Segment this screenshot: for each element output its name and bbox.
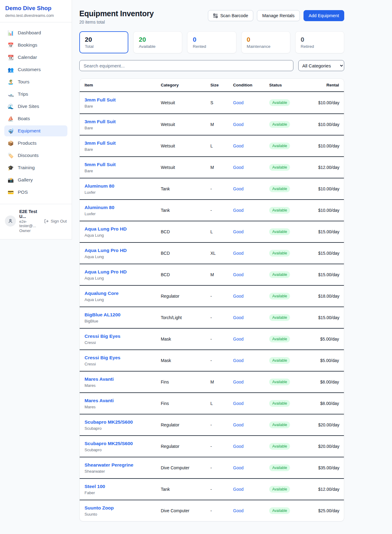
condition-link[interactable]: Good	[233, 380, 243, 384]
stats-row: 20 Total 20 Available 0 Rented 0 Mainten…	[79, 31, 344, 53]
sidebar-item-calendar[interactable]: 📆 Calendar	[4, 52, 67, 63]
item-brand: Bare	[85, 104, 161, 109]
item-name-link[interactable]: 5mm Full Suit	[85, 162, 161, 167]
sidebar-item-products[interactable]: 📦 Products	[4, 138, 67, 149]
item-name-link[interactable]: Mares Avanti	[85, 398, 161, 403]
item-name-link[interactable]: Suunto Zoop	[85, 505, 161, 511]
scan-barcode-label: Scan Barcode	[220, 13, 248, 18]
condition-link[interactable]: Good	[233, 272, 243, 277]
rental-cell: $35.00/day	[318, 465, 339, 470]
item-name-link[interactable]: Aluminum 80	[85, 205, 161, 210]
condition-link[interactable]: Good	[233, 422, 243, 427]
item-name-link[interactable]: Aqua Lung Pro HD	[85, 269, 161, 275]
search-input[interactable]	[79, 60, 293, 71]
status-badge: Available	[269, 164, 290, 171]
item-cell: 3mm Full Suit Bare	[85, 119, 161, 130]
rental-cell: $10.00/day	[318, 143, 339, 148]
item-cell: Scubapro MK25/S600 Scubapro	[85, 441, 161, 452]
stat-card-available[interactable]: 20 Available	[133, 31, 182, 53]
item-name-link[interactable]: Scubapro MK25/S600	[85, 441, 161, 446]
sidebar-item-training[interactable]: 🎓 Training	[4, 162, 67, 173]
sidebar-item-pos[interactable]: 💳 POS	[4, 187, 67, 198]
user-role: Owner	[19, 229, 41, 233]
condition-link[interactable]: Good	[233, 251, 243, 256]
category-cell: Regulator	[161, 444, 210, 449]
status-badge: Available	[269, 121, 290, 128]
condition-link[interactable]: Good	[233, 143, 243, 148]
table-row: Steel 100 Faber Tank - Good Available $1…	[80, 478, 344, 500]
rental-cell: $18.00/day	[318, 294, 339, 299]
discounts-icon: 🏷️	[8, 153, 14, 158]
condition-link[interactable]: Good	[233, 358, 243, 363]
sidebar-item-bookings[interactable]: 📅 Bookings	[4, 40, 67, 51]
item-name-link[interactable]: Steel 100	[85, 484, 161, 489]
item-name-link[interactable]: Cressi Big Eyes	[85, 355, 161, 360]
condition-link[interactable]: Good	[233, 487, 243, 492]
size-cell: M	[210, 122, 233, 127]
table-row: Aluminum 80 Luxfer Tank - Good Available…	[80, 199, 344, 221]
sidebar-item-gallery[interactable]: 📸 Gallery	[4, 174, 67, 185]
condition-link[interactable]: Good	[233, 294, 243, 299]
sidebar-item-trips[interactable]: 🛥️ Trips	[4, 89, 67, 100]
sidebar-item-dashboard[interactable]: 📊 Dashboard	[4, 27, 67, 38]
item-name-link[interactable]: 3mm Full Suit	[85, 119, 161, 124]
manage-rentals-button[interactable]: Manage Rentals	[257, 10, 300, 21]
sidebar-item-equipment[interactable]: 🤿 Equipment	[4, 125, 67, 136]
item-name-link[interactable]: 3mm Full Suit	[85, 97, 161, 103]
category-cell: Regulator	[161, 422, 210, 427]
condition-link[interactable]: Good	[233, 444, 243, 449]
item-name-link[interactable]: Mares Avanti	[85, 376, 161, 382]
stat-card-retired[interactable]: 0 Retired	[295, 31, 344, 53]
size-cell: M	[210, 165, 233, 170]
table-row: Aluminum 80 Luxfer Tank - Good Available…	[80, 178, 344, 199]
condition-link[interactable]: Good	[233, 508, 243, 513]
item-name-link[interactable]: Cressi Big Eyes	[85, 334, 161, 339]
status-badge: Available	[269, 228, 290, 235]
item-name-link[interactable]: Aluminum 80	[85, 183, 161, 189]
stat-card-maintenance[interactable]: 0 Maintenance	[241, 31, 290, 53]
table-row: Mares Avanti Mares Fins M Good Available…	[80, 371, 344, 392]
brand-name[interactable]: Demo Dive Shop	[5, 5, 66, 12]
condition-link[interactable]: Good	[233, 401, 243, 406]
sidebar-item-dive-sites[interactable]: 🌊 Dive Sites	[4, 101, 67, 112]
sidebar-item-customers[interactable]: 👥 Customers	[4, 64, 67, 75]
table-row: Cressi Big Eyes Cressi Mask - Good Avail…	[80, 349, 344, 371]
item-name-link[interactable]: Aqualung Core	[85, 291, 161, 296]
category-cell: BCD	[161, 229, 210, 234]
sidebar-item-tours[interactable]: 🏝️ Tours	[4, 76, 67, 87]
item-name-link[interactable]: Scubapro MK25/S600	[85, 419, 161, 425]
scan-barcode-button[interactable]: Scan Barcode	[208, 10, 253, 21]
item-name-link[interactable]: BigBlue AL1200	[85, 312, 161, 318]
stat-label: Total	[85, 44, 123, 49]
item-cell: Aluminum 80 Luxfer	[85, 205, 161, 216]
item-brand: Aqua Lung	[85, 276, 161, 280]
category-select[interactable]: All Categories	[298, 60, 344, 71]
item-brand: Luxfer	[85, 212, 161, 216]
size-cell: -	[210, 358, 233, 363]
stat-card-rented[interactable]: 0 Rented	[187, 31, 236, 53]
condition-link[interactable]: Good	[233, 315, 243, 320]
condition-link[interactable]: Good	[233, 465, 243, 470]
condition-link[interactable]: Good	[233, 337, 243, 341]
condition-link[interactable]: Good	[233, 208, 243, 213]
item-name-link[interactable]: Aqua Lung Pro HD	[85, 226, 161, 232]
add-equipment-button[interactable]: Add Equipment	[303, 10, 344, 21]
condition-link[interactable]: Good	[233, 229, 243, 234]
item-name-link[interactable]: Aqua Lung Pro HD	[85, 248, 161, 253]
condition-link[interactable]: Good	[233, 165, 243, 170]
item-name-link[interactable]: Shearwater Peregrine	[85, 462, 161, 468]
item-brand: Cressi	[85, 362, 161, 366]
item-cell: Steel 100 Faber	[85, 484, 161, 495]
sidebar-item-label: Discounts	[18, 153, 39, 158]
condition-link[interactable]: Good	[233, 122, 243, 127]
stat-card-total[interactable]: 20 Total	[79, 31, 128, 53]
size-cell: -	[210, 337, 233, 341]
sidebar-item-boats[interactable]: ⛵ Boats	[4, 113, 67, 124]
status-badge: Available	[269, 443, 290, 450]
sidebar-item-discounts[interactable]: 🏷️ Discounts	[4, 150, 67, 161]
item-name-link[interactable]: 3mm Full Suit	[85, 140, 161, 146]
condition-link[interactable]: Good	[233, 100, 243, 105]
condition-link[interactable]: Good	[233, 186, 243, 191]
status-badge: Available	[269, 293, 290, 299]
sign-out-button[interactable]: Sign Out	[44, 219, 67, 223]
